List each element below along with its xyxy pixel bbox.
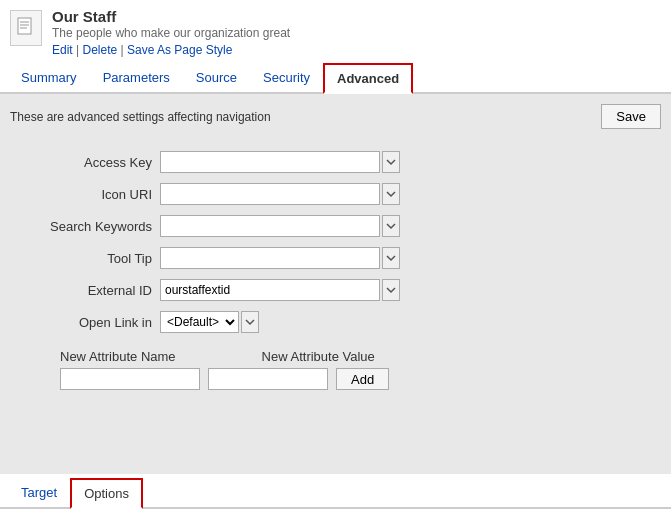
tabs-bar: Summary Parameters Source Security Advan…	[0, 63, 671, 94]
delete-link[interactable]: Delete	[82, 43, 117, 57]
page-icon	[10, 10, 42, 46]
save-button[interactable]: Save	[601, 104, 661, 129]
label-open-link-in: Open Link in	[30, 315, 160, 330]
dropdown-icon-uri[interactable]	[382, 183, 400, 205]
form-area: Access Key Icon URI	[10, 141, 661, 400]
dropdown-external-id[interactable]	[382, 279, 400, 301]
label-external-id: External ID	[30, 283, 160, 298]
input-search-keywords[interactable]	[160, 215, 380, 237]
form-row-access-key: Access Key	[30, 151, 641, 173]
select-wrap-open-link-in: <Default> _blank _self _parent _top	[160, 311, 259, 333]
content-description: These are advanced settings affecting na…	[10, 110, 271, 124]
dropdown-search-keywords[interactable]	[382, 215, 400, 237]
form-row-open-link-in: Open Link in <Default> _blank _self _par…	[30, 311, 641, 333]
bottom-tab-target[interactable]: Target	[8, 478, 70, 509]
form-row-icon-uri: Icon URI	[30, 183, 641, 205]
new-attr-labels: New Attribute Name New Attribute Value	[60, 349, 641, 364]
dropdown-open-link-in[interactable]	[241, 311, 259, 333]
label-access-key: Access Key	[30, 155, 160, 170]
page-title: Our Staff	[52, 8, 290, 25]
input-new-attr-value[interactable]	[208, 368, 328, 390]
tab-parameters[interactable]: Parameters	[90, 63, 183, 94]
input-icon-uri[interactable]	[160, 183, 380, 205]
bottom-tab-options[interactable]: Options	[70, 478, 143, 509]
label-search-keywords: Search Keywords	[30, 219, 160, 234]
input-access-key[interactable]	[160, 151, 380, 173]
content-area: These are advanced settings affecting na…	[0, 94, 671, 474]
input-wrap-external-id	[160, 279, 400, 301]
label-icon-uri: Icon URI	[30, 187, 160, 202]
input-new-attr-name[interactable]	[60, 368, 200, 390]
tab-advanced[interactable]: Advanced	[323, 63, 413, 94]
save-as-page-style-link[interactable]: Save As Page Style	[127, 43, 232, 57]
header: Our Staff The people who make our organi…	[0, 0, 671, 61]
input-wrap-icon-uri	[160, 183, 400, 205]
dropdown-tool-tip[interactable]	[382, 247, 400, 269]
header-links: Edit | Delete | Save As Page Style	[52, 43, 290, 57]
dropdown-access-key[interactable]	[382, 151, 400, 173]
label-new-attr-value: New Attribute Value	[262, 349, 375, 364]
input-wrap-search-keywords	[160, 215, 400, 237]
select-open-link-in[interactable]: <Default> _blank _self _parent _top	[160, 311, 239, 333]
form-row-external-id: External ID	[30, 279, 641, 301]
label-new-attr-name: New Attribute Name	[60, 349, 176, 364]
label-tool-tip: Tool Tip	[30, 251, 160, 266]
new-attr-inputs: Add	[60, 368, 641, 390]
new-attribute-section: New Attribute Name New Attribute Value A…	[30, 349, 641, 390]
page-subtitle: The people who make our organization gre…	[52, 26, 290, 40]
bottom-tabs-bar: Target Options	[0, 478, 671, 509]
tab-security[interactable]: Security	[250, 63, 323, 94]
add-attribute-button[interactable]: Add	[336, 368, 389, 390]
tab-summary[interactable]: Summary	[8, 63, 90, 94]
form-row-tool-tip: Tool Tip	[30, 247, 641, 269]
form-row-search-keywords: Search Keywords	[30, 215, 641, 237]
edit-link[interactable]: Edit	[52, 43, 73, 57]
input-external-id[interactable]	[160, 279, 380, 301]
tab-source[interactable]: Source	[183, 63, 250, 94]
input-tool-tip[interactable]	[160, 247, 380, 269]
svg-rect-0	[18, 18, 31, 34]
input-wrap-access-key	[160, 151, 400, 173]
content-header: These are advanced settings affecting na…	[10, 104, 661, 129]
input-wrap-tool-tip	[160, 247, 400, 269]
